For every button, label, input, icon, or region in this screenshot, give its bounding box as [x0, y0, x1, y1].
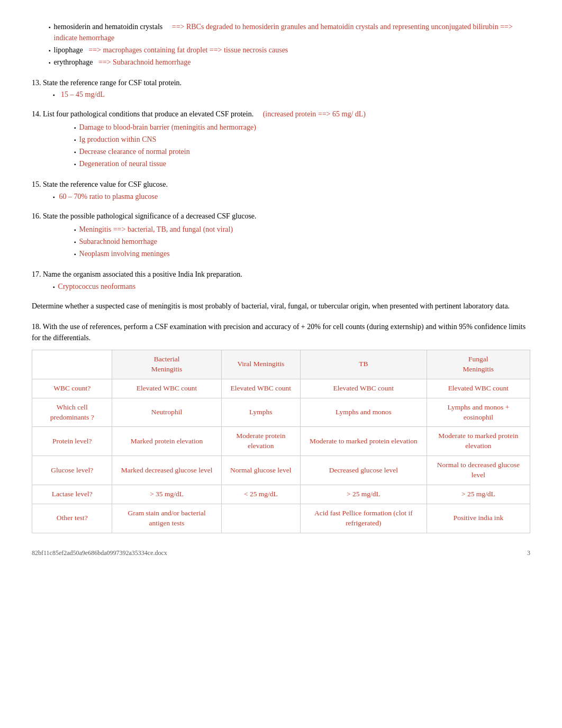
q16-num: 16.: [32, 212, 41, 220]
cell-fungal-glucose: Normal to decreased glucose level: [427, 456, 530, 485]
q18-section: 18. With the use of references, perform …: [32, 321, 530, 533]
q18-question: 18. With the use of references, perform …: [32, 321, 530, 343]
comparison-table: BacterialMeningitis Viral Meningitis TB …: [32, 350, 530, 533]
q16-bullet-1: ▪: [74, 226, 76, 235]
table-header-tb: TB: [300, 350, 427, 379]
bullet-hemosiderin-text: hemosiderin and hematoidin crystals ==> …: [54, 21, 530, 43]
table-row-lactase: Lactase level? > 35 mg/dL < 25 mg/dL > 2…: [32, 485, 530, 504]
q16-question: 16. State the possible pathological sign…: [32, 211, 530, 222]
q14-item-4-text: Degeneration of neural tissue: [79, 158, 166, 169]
table-row-glucose: Glucose level? Marked decreased glucose …: [32, 456, 530, 485]
q14-items: ▪ Damage to blood-brain barrier (meningi…: [49, 122, 530, 169]
q15-bullet: ▪: [53, 194, 55, 200]
bullet-lipophage-orange: ==> macrophages containing fat droplet =…: [88, 46, 288, 54]
row-label-cell-predominants: Which cell predominants ?: [32, 398, 112, 427]
q15-question: 15. State the reference value for CSF gl…: [32, 179, 530, 190]
cell-bacterial-predominants: Neutrophil: [112, 398, 221, 427]
table-row-other: Other test? Gram stain and/or bacterial …: [32, 504, 530, 533]
cell-viral-other: [221, 504, 300, 533]
table-header-bacterial: BacterialMeningitis: [112, 350, 221, 379]
q16-item-3-text: Neoplasm involving meninges: [79, 248, 170, 259]
q13-section: 13. State the reference range for CSF to…: [32, 77, 530, 99]
q13-bullet: ▪: [53, 92, 55, 98]
q17-section: 17. Name the organism associated this a …: [32, 269, 530, 291]
q17-question: 17. Name the organism associated this a …: [32, 269, 530, 280]
table-header-fungal: FungalMeningitis: [427, 350, 530, 379]
table-row-cell-predominants: Which cell predominants ? Neutrophil Lym…: [32, 398, 530, 427]
cell-tb-glucose: Decreased glucose level: [300, 456, 427, 485]
cell-fungal-protein: Moderate to marked protein elevation: [427, 427, 530, 456]
q13-text: State the reference range for CSF total …: [43, 79, 182, 87]
bullet-erythrophage-orange: ==> Subarachnoid hemorrhage: [98, 58, 191, 66]
bullet-icon-1: ▪: [49, 23, 51, 43]
row-label-other: Other test?: [32, 504, 112, 533]
q17-num: 17.: [32, 270, 41, 278]
table-header-row: BacterialMeningitis Viral Meningitis TB …: [32, 350, 530, 379]
bullet-erythrophage-text: erythrophage ==> Subarachnoid hemorrhage: [54, 57, 191, 68]
q13-answer-container: ▪ 15 – 45 mg/dL: [53, 90, 530, 99]
q13-num: 13.: [32, 79, 41, 87]
q17-answer-container: ▪ Cryptococcus neoformans: [53, 282, 530, 291]
q13-question: 13. State the reference range for CSF to…: [32, 77, 530, 88]
row-label-wbc: WBC count?: [32, 379, 112, 398]
q16-item-1: ▪ Meningitis ==> bacterial, TB, and fung…: [74, 224, 530, 235]
q16-section: 16. State the possible pathological sign…: [32, 211, 530, 259]
q14-section: 14. List four pathological conditions th…: [32, 108, 530, 169]
table-header-viral: Viral Meningitis: [221, 350, 300, 379]
cell-fungal-predominants: Lymphs and monos + eosinophil: [427, 398, 530, 427]
page-footer: 82bf11c85ef2ad50a9e686bda0997392a35334ce…: [32, 549, 530, 557]
cell-fungal-lactase: > 25 mg/dL: [427, 485, 530, 504]
q17-note-text: Determine whether a suspected case of me…: [32, 301, 530, 312]
q15-section: 15. State the reference value for CSF gl…: [32, 179, 530, 201]
cell-viral-predominants: Lymphs: [221, 398, 300, 427]
cell-tb-other: Acid fast Pellice formation (clot if ref…: [300, 504, 427, 533]
q14-item-4: ▪ Degeneration of neural tissue: [74, 158, 530, 169]
q14-intro-orange: (increased protein ==> 65 mg/ dL): [263, 110, 366, 118]
q14-item-1-text: Damage to blood-brain barrier (meningiti…: [79, 122, 256, 133]
cell-tb-protein: Moderate to marked protein elevation: [300, 427, 427, 456]
footer-filename: 82bf11c85ef2ad50a9e686bda0997392a35334ce…: [32, 549, 167, 557]
bullet-hemosiderin: ▪ hemosiderin and hematoidin crystals ==…: [49, 21, 530, 43]
cell-fungal-wbc: Elevated WBC count: [427, 379, 530, 398]
bullet-icon-3: ▪: [49, 59, 51, 68]
q17-answer: Cryptococcus neoformans: [58, 283, 136, 291]
q18-text: With the use of references, perform a CS…: [32, 323, 525, 342]
q16-bullet-2: ▪: [74, 238, 76, 247]
q16-item-3: ▪ Neoplasm involving meninges: [74, 248, 530, 259]
row-label-protein: Protein level?: [32, 427, 112, 456]
table-row-wbc: WBC count? Elevated WBC count Elevated W…: [32, 379, 530, 398]
bullet-hemosiderin-orange: ==> RBCs degraded to hemosiderin granule…: [54, 23, 513, 42]
q15-answer-container: ▪ 60 – 70% ratio to plasma glucose: [53, 192, 530, 201]
q14-bullet-1: ▪: [74, 124, 76, 133]
q16-item-1-text: Meningitis ==> bacterial, TB, and fungal…: [79, 224, 233, 235]
q16-bullet-3: ▪: [74, 250, 76, 259]
cell-fungal-other: Positive india ink: [427, 504, 530, 533]
q17-text: Name the organism associated this a posi…: [43, 270, 242, 278]
q14-text: List four pathological conditions that p…: [43, 110, 261, 118]
q15-text: State the reference value for CSF glucos…: [43, 180, 168, 188]
q14-bullet-3: ▪: [74, 148, 76, 157]
cell-bacterial-protein: Marked protein elevation: [112, 427, 221, 456]
bullet-lipophage-text: lipophage ==> macrophages containing fat…: [54, 44, 288, 56]
cell-bacterial-glucose: Marked decreased glucose level: [112, 456, 221, 485]
cell-viral-wbc: Elevated WBC count: [221, 379, 300, 398]
q14-item-3: ▪ Decrease clearance of normal protein: [74, 146, 530, 157]
q14-item-3-text: Decrease clearance of normal protein: [79, 146, 190, 157]
q14-item-2: ▪ Ig production within CNS: [74, 134, 530, 145]
cell-bacterial-other: Gram stain and/or bacterial antigen test…: [112, 504, 221, 533]
table-row-protein: Protein level? Marked protein elevation …: [32, 427, 530, 456]
q16-items: ▪ Meningitis ==> bacterial, TB, and fung…: [49, 224, 530, 259]
q14-item-1: ▪ Damage to blood-brain barrier (meningi…: [74, 122, 530, 133]
q13-answer: 15 – 45 mg/dL: [61, 90, 105, 98]
intro-bullets: ▪ hemosiderin and hematoidin crystals ==…: [32, 21, 530, 68]
q17-note-section: Determine whether a suspected case of me…: [32, 301, 530, 312]
q14-item-2-text: Ig production within CNS: [79, 134, 157, 145]
q14-question: 14. List four pathological conditions th…: [32, 108, 530, 120]
row-label-lactase: Lactase level?: [32, 485, 112, 504]
page-number: 3: [527, 549, 530, 557]
bullet-erythrophage: ▪ erythrophage ==> Subarachnoid hemorrha…: [49, 57, 530, 68]
intro-bullet-list: ▪ hemosiderin and hematoidin crystals ==…: [49, 21, 530, 68]
row-label-glucose: Glucose level?: [32, 456, 112, 485]
cell-bacterial-lactase: > 35 mg/dL: [112, 485, 221, 504]
q18-num: 18.: [32, 323, 41, 331]
